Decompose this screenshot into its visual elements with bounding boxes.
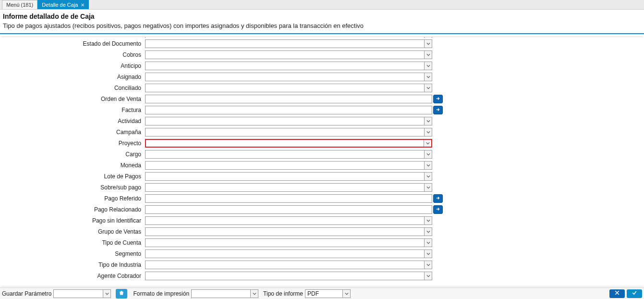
confirm-button[interactable]	[627, 289, 642, 298]
field-label: Cargo	[1, 151, 145, 158]
field-label: Segmento	[1, 250, 145, 257]
chevron-down-icon[interactable]	[424, 261, 432, 269]
form-row: Asignado	[1, 72, 643, 82]
field-input[interactable]	[145, 117, 432, 125]
field-input[interactable]	[145, 62, 432, 70]
field-label: Proyecto	[1, 140, 145, 147]
field-label: Actividad	[1, 118, 145, 125]
field-input[interactable]	[145, 205, 432, 214]
page-subtitle: Tipo de pagos ajustados (recibos positiv…	[3, 22, 641, 29]
chevron-down-icon[interactable]	[342, 290, 350, 298]
field-input[interactable]	[145, 39, 432, 48]
close-icon	[614, 290, 620, 297]
arrow-icon	[436, 195, 440, 202]
chevron-down-icon[interactable]	[424, 140, 431, 147]
chevron-down-icon[interactable]	[250, 290, 258, 298]
field-input[interactable]	[145, 84, 432, 92]
form-row: Factura	[1, 105, 643, 115]
save-param-field[interactable]	[53, 289, 111, 298]
close-icon[interactable]: ✕	[81, 2, 85, 8]
field-input[interactable]	[145, 272, 432, 280]
form-row: Campaña	[1, 127, 643, 137]
save-param-label: Guardar Parámetro	[2, 290, 51, 297]
header-separator	[0, 33, 644, 34]
field-input[interactable]	[145, 194, 432, 203]
field-label: Sobre/sub pago	[1, 184, 145, 191]
chevron-down-icon[interactable]	[424, 162, 432, 169]
field-label: Moneda	[1, 162, 145, 169]
arrow-icon	[436, 96, 440, 102]
form-row: Pago sin Identificar	[1, 215, 643, 226]
form-row: Segmento	[1, 249, 643, 259]
field-input[interactable]	[145, 106, 432, 114]
tab-menu[interactable]: Menú (181)	[2, 0, 37, 9]
field-input[interactable]	[145, 238, 432, 247]
field-input[interactable]	[145, 95, 432, 103]
chevron-down-icon[interactable]	[424, 117, 432, 125]
chevron-down-icon[interactable]	[424, 128, 432, 136]
print-format-field[interactable]	[191, 289, 258, 298]
form-row: Pago Referido	[1, 193, 643, 204]
field-input[interactable]	[145, 261, 432, 269]
delete-button[interactable]	[116, 289, 127, 299]
field-label: Factura	[1, 107, 145, 113]
form-row: Estado del Documento	[1, 38, 643, 49]
lookup-button[interactable]	[433, 95, 443, 103]
form-row: Conciliado	[1, 83, 643, 93]
field-label: Anticipo	[1, 62, 145, 69]
field-input[interactable]	[145, 128, 432, 137]
field-input[interactable]	[145, 161, 432, 170]
tab-detalle-caja[interactable]: Detalle de Caja ✕	[37, 0, 89, 9]
form-row: Agente Cobrador	[1, 271, 643, 281]
field-input[interactable]	[145, 249, 432, 258]
field-label: Agente Cobrador	[1, 273, 145, 279]
field-input[interactable]	[145, 139, 432, 148]
field-input[interactable]	[145, 37, 432, 38]
field-label: Cobros	[1, 51, 145, 58]
field-input[interactable]	[145, 50, 432, 59]
field-input[interactable]	[145, 227, 432, 236]
chevron-down-icon[interactable]	[424, 150, 432, 158]
form-row: Sobre/sub pago	[1, 182, 643, 193]
chevron-down-icon[interactable]	[424, 250, 432, 258]
field-label: Grupo de Ventas	[1, 228, 145, 235]
field-input[interactable]	[145, 216, 432, 225]
form-scroll-area[interactable]: Estado del DocumentoCobrosAnticipoAsigna…	[1, 37, 643, 287]
field-label: Asignado	[1, 74, 145, 80]
field-input[interactable]	[145, 172, 432, 181]
form-row-cutoff	[1, 37, 643, 38]
lookup-button[interactable]	[433, 194, 443, 203]
page-title: Informe detallado de de Caja	[3, 12, 641, 20]
chevron-down-icon[interactable]	[424, 84, 432, 92]
chevron-down-icon[interactable]	[424, 40, 432, 48]
chevron-down-icon[interactable]	[424, 62, 432, 70]
field-label: Tipo de Industria	[1, 262, 145, 268]
chevron-down-icon[interactable]	[424, 217, 432, 224]
report-type-field[interactable]: PDF	[305, 289, 351, 298]
field-label: Campaña	[1, 129, 145, 136]
field-input[interactable]	[145, 150, 432, 159]
field-label: Lote de Pagos	[1, 173, 145, 180]
form-row: Cobros	[1, 50, 643, 60]
cancel-button[interactable]	[609, 289, 625, 298]
field-label: Orden de Venta	[1, 96, 145, 102]
chevron-down-icon[interactable]	[424, 173, 432, 180]
lookup-button[interactable]	[433, 205, 443, 214]
chevron-down-icon[interactable]	[424, 37, 432, 38]
chevron-down-icon[interactable]	[424, 228, 432, 236]
form-row: Grupo de Ventas	[1, 226, 643, 237]
form-row: Cargo	[1, 149, 643, 160]
chevron-down-icon[interactable]	[424, 184, 432, 191]
field-input[interactable]	[145, 73, 432, 81]
form-row: Moneda	[1, 160, 643, 171]
form-row: Lote de Pagos	[1, 171, 643, 182]
chevron-down-icon[interactable]	[424, 272, 432, 280]
field-input[interactable]	[145, 183, 432, 192]
tab-detalle-label: Detalle de Caja	[42, 2, 78, 8]
chevron-down-icon[interactable]	[424, 73, 432, 81]
chevron-down-icon[interactable]	[424, 51, 432, 59]
chevron-down-icon[interactable]	[424, 239, 432, 247]
lookup-button[interactable]	[433, 106, 443, 114]
chevron-down-icon[interactable]	[103, 290, 110, 298]
form-row: Actividad	[1, 116, 643, 126]
